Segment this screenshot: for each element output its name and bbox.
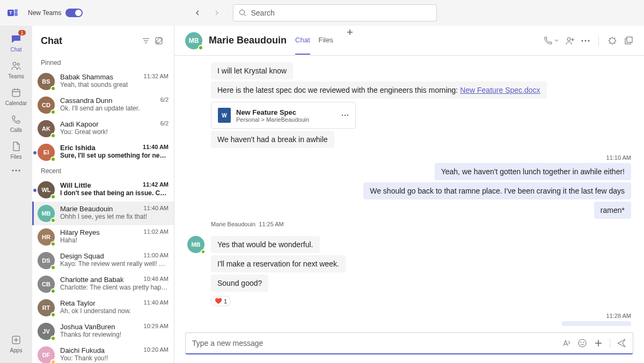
svg-point-7	[17, 63, 19, 65]
rail-apps[interactable]: Apps	[2, 330, 30, 357]
filter-button[interactable]	[140, 34, 152, 47]
svg-rect-8	[12, 90, 20, 97]
copilot-icon	[608, 36, 617, 46]
conv-more-button[interactable]	[581, 35, 590, 46]
files-icon	[10, 140, 23, 153]
search-input[interactable]: Search	[233, 4, 437, 21]
chat-item-name: Eric Ishida	[60, 144, 96, 152]
phone-icon	[10, 113, 23, 126]
pop-out-icon	[624, 36, 633, 46]
chat-item-preview: You: Great work!	[60, 128, 169, 136]
rail-files[interactable]: Files	[2, 136, 30, 163]
chat-list-item[interactable]: EIEric Ishida11:40 AMSure, I'll set up s…	[32, 140, 174, 164]
chat-list-item[interactable]: HRHilary Reyes11:02 AMHaha!	[32, 225, 174, 249]
chat-item-time: 6/2	[160, 97, 169, 105]
nav-back-button[interactable]	[190, 5, 205, 20]
file-card[interactable]: W New Feature Spec Personal > MarieBeaud…	[211, 102, 356, 129]
tab-chat[interactable]: Chat	[295, 26, 310, 55]
svg-point-34	[347, 115, 348, 116]
svg-point-37	[583, 342, 584, 343]
rail-calendar[interactable]: Calendar	[2, 83, 30, 109]
chat-item-preview: Charlotte: The client was pretty happy w…	[60, 284, 169, 291]
svg-text:T: T	[9, 10, 12, 16]
timestamp: 11:28 AM	[187, 313, 631, 319]
copilot-button[interactable]	[608, 35, 617, 46]
nav-forward-button[interactable]	[209, 5, 224, 20]
chat-item-preview: Kayo: The review went really well! Can't…	[60, 260, 169, 268]
chat-item-name: Joshua VanBuren	[60, 323, 115, 331]
calendar-icon	[10, 86, 23, 99]
chat-list-item[interactable]: CBCharlotte and Babak10:48 AMCharlotte: …	[32, 272, 174, 296]
chat-list-item[interactable]: AKAadi Kapoor6/2You: Great work!	[32, 117, 174, 140]
avatar: DF	[38, 346, 55, 363]
svg-point-33	[345, 115, 346, 116]
rail-teams[interactable]: Teams	[2, 56, 30, 83]
teams-logo-icon: T	[6, 6, 19, 19]
compose-input[interactable]: Type a new message	[185, 332, 633, 354]
chatlist-title: Chat	[41, 35, 140, 47]
new-teams-toggle[interactable]	[65, 9, 83, 17]
svg-point-35	[579, 339, 586, 347]
chat-item-name: Hilary Reyes	[60, 228, 100, 236]
svg-rect-31	[627, 37, 632, 42]
svg-point-12	[12, 170, 14, 172]
new-teams-label: New Teams	[28, 9, 61, 17]
avatar: BS	[38, 73, 55, 90]
rail-more-button[interactable]	[8, 165, 25, 176]
phone-icon	[543, 36, 553, 46]
rail-calls[interactable]: Calls	[2, 109, 30, 136]
emoji-button[interactable]	[577, 338, 587, 348]
filter-icon	[142, 36, 150, 45]
apps-icon	[10, 334, 23, 346]
add-tab-button[interactable]	[344, 26, 356, 55]
divider	[598, 35, 599, 46]
new-chat-button[interactable]	[152, 34, 165, 47]
send-icon	[617, 338, 626, 348]
avatar: RT	[38, 299, 55, 316]
svg-point-32	[342, 115, 343, 116]
rail-chat[interactable]: 1 Chat	[2, 29, 30, 56]
reaction-heart[interactable]: ❤️ 1	[211, 296, 231, 306]
chat-list-item[interactable]: JVJoshua VanBuren10:29 AMThanks for revi…	[32, 320, 174, 343]
send-button[interactable]	[617, 338, 626, 348]
compose-placeholder: Type a new message	[192, 339, 561, 347]
chat-list-item[interactable]: DSDesign Squad11:00 AMKayo: The review w…	[32, 249, 174, 272]
plus-icon	[346, 28, 354, 36]
chat-list-item[interactable]: MBMarie Beaudouin11:40 AMOhhh I see, yes…	[32, 202, 174, 225]
chat-list-item[interactable]: BSBabak Shammas11:32 AMYeah, that sounds…	[32, 70, 174, 93]
chat-item-time: 11:32 AM	[144, 73, 169, 81]
more-icon	[12, 169, 20, 172]
chat-item-time: 11:40 AM	[144, 299, 169, 307]
avatar: JV	[38, 323, 55, 340]
chat-list-item[interactable]: CDCassandra Dunn6/2Ok. I'll send an upda…	[32, 93, 174, 117]
chat-item-name: Marie Beaudouin	[60, 205, 113, 213]
file-card-more[interactable]	[341, 114, 349, 116]
message-out: ramen*	[187, 202, 631, 219]
teams-icon	[10, 60, 23, 72]
chat-item-time: 11:02 AM	[144, 228, 169, 236]
message-in: Yes that would be wonderful.	[211, 236, 320, 253]
call-button[interactable]	[543, 35, 559, 46]
chat-list-item[interactable]: DFDaichi Fukuda10:20 AMYou: Thank you!!	[32, 343, 174, 363]
file-card-title: New Feature Spec	[236, 108, 309, 116]
chat-item-time: 11:40 AM	[143, 144, 169, 152]
chat-item-name: Charlotte and Babak	[60, 276, 124, 284]
people-add-button[interactable]	[565, 35, 575, 46]
format-icon	[561, 338, 571, 348]
chat-item-time: 10:20 AM	[144, 346, 169, 354]
message-group-header: Marie Beaudouin 11:25 AM	[211, 221, 631, 227]
tab-files[interactable]: Files	[319, 26, 333, 55]
format-button[interactable]	[561, 338, 571, 348]
chat-item-name: Design Squad	[60, 252, 104, 260]
chat-list-item[interactable]: WLWill Little11:42 AMI don't see that be…	[32, 178, 174, 202]
svg-point-6	[13, 62, 16, 65]
svg-point-28	[585, 40, 587, 41]
chat-list-item[interactable]: RTReta Taylor11:40 AMAh, ok I understand…	[32, 296, 174, 320]
chat-item-name: Cassandra Dunn	[60, 97, 113, 105]
chat-item-preview: Yeah, that sounds great	[60, 81, 169, 88]
pop-out-button[interactable]	[624, 35, 633, 46]
file-link[interactable]: New Feature Spec.docx	[460, 86, 540, 94]
message-in: Sound good?	[211, 275, 268, 292]
timestamp: 11:10 AM	[187, 154, 631, 161]
attach-button[interactable]	[594, 338, 603, 348]
